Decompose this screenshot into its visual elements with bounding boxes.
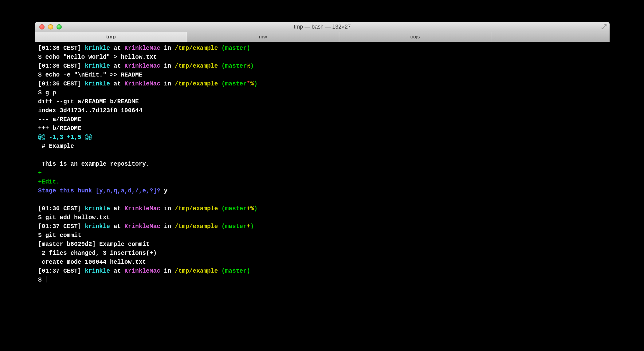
terminal-window: tmp — bash — 132×27 tmp mw oojs [01:36 C… <box>35 22 610 310</box>
tab-filler <box>491 32 610 42</box>
tab-mw[interactable]: mw <box>187 32 339 42</box>
diff-context: # Example <box>38 142 607 151</box>
tab-oojs[interactable]: oojs <box>339 32 491 42</box>
diff-add: +Edit. <box>38 178 607 187</box>
command-line: $ echo "Hello world" > hellow.txt <box>38 53 607 62</box>
output-line: 2 files changed, 3 insertions(+) <box>38 249 607 258</box>
command-line[interactable]: $ <box>38 276 607 285</box>
prompt-line: [01:37 CEST] krinkle at KrinkleMac in /t… <box>38 222 607 231</box>
window-title: tmp — bash — 132×27 <box>35 24 610 30</box>
command-line: $ git add hellow.txt <box>38 213 607 222</box>
cursor-icon <box>46 276 46 282</box>
zoom-button[interactable] <box>57 24 62 30</box>
diff-context: This is an example repository. <box>38 160 607 169</box>
command-line: $ g p <box>38 89 607 97</box>
tab-label: tmp <box>106 34 116 40</box>
minimize-button[interactable] <box>48 24 53 30</box>
output-line: create mode 100644 hellow.txt <box>38 258 607 267</box>
tab-bar: tmp mw oojs <box>35 32 610 42</box>
tab-tmp[interactable]: tmp <box>35 32 187 42</box>
prompt-line: [01:36 CEST] krinkle at KrinkleMac in /t… <box>38 44 607 53</box>
command-line: $ git commit <box>38 231 607 240</box>
prompt-line: [01:36 CEST] krinkle at KrinkleMac in /t… <box>38 80 607 89</box>
traffic-lights <box>39 24 62 30</box>
prompt-line: [01:36 CEST] krinkle at KrinkleMac in /t… <box>38 62 607 71</box>
diff-header: +++ b/README <box>38 124 607 133</box>
diff-add: + <box>38 169 607 178</box>
fullscreen-icon[interactable] <box>601 24 607 30</box>
terminal-body[interactable]: [01:36 CEST] krinkle at KrinkleMac in /t… <box>35 42 610 310</box>
diff-header: index 3d41734..7d123f8 100644 <box>38 106 607 115</box>
diff-hunk: @@ -1,3 +1,5 @@ <box>38 133 607 142</box>
command-line: $ echo -e "\nEdit." >> README <box>38 71 607 80</box>
window-title-bar[interactable]: tmp — bash — 132×27 <box>35 22 610 32</box>
tab-label: mw <box>259 34 267 40</box>
diff-header: --- a/README <box>38 115 607 124</box>
prompt-line: [01:37 CEST] krinkle at KrinkleMac in /t… <box>38 267 607 276</box>
prompt-line: [01:36 CEST] krinkle at KrinkleMac in /t… <box>38 204 607 213</box>
stage-prompt: Stage this hunk [y,n,q,a,d,/,e,?]? y <box>38 187 607 195</box>
output-line: [master b6029d2] Example commit <box>38 240 607 249</box>
diff-header: diff --git a/README b/README <box>38 97 607 106</box>
blank-line <box>38 195 607 204</box>
close-button[interactable] <box>39 24 45 30</box>
tab-label: oojs <box>410 34 420 40</box>
diff-context <box>38 151 607 160</box>
